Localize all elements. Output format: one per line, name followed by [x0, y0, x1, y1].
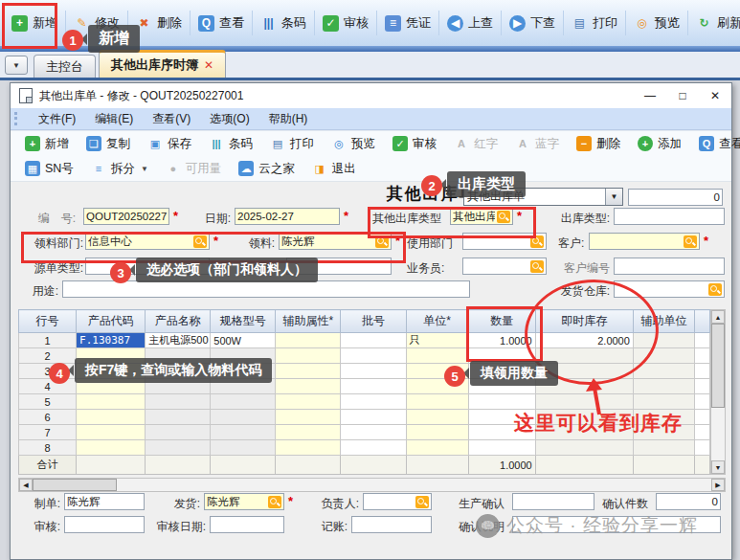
out-type-field[interactable] [614, 208, 725, 225]
grid-cell[interactable] [535, 440, 633, 456]
tab-list-dropdown-button[interactable]: ▼ [5, 56, 28, 75]
grid-cell[interactable] [341, 333, 406, 348]
lookup-icon[interactable] [415, 496, 429, 508]
grid-cell[interactable] [77, 425, 146, 440]
grid-cell[interactable] [276, 364, 341, 379]
grid-cell[interactable] [211, 394, 276, 410]
grid-cell[interactable] [77, 394, 146, 410]
grid-cell[interactable] [341, 379, 406, 394]
salesman-field[interactable] [462, 258, 547, 275]
other-out-type-field[interactable]: 其他出库 [450, 208, 513, 225]
grid-cell[interactable] [694, 425, 709, 440]
grid-cell[interactable]: 500W [211, 333, 276, 348]
menu-item-4[interactable]: 帮助(H) [260, 109, 317, 129]
grid-cell[interactable] [633, 364, 694, 379]
grid-cell[interactable] [276, 410, 341, 425]
print-button[interactable]: ▤打印 [564, 11, 626, 35]
grid-cell[interactable] [146, 440, 211, 456]
grid-cell[interactable]: 1 [19, 333, 77, 348]
lookup-icon[interactable] [193, 235, 207, 248]
audit-date-field[interactable] [210, 516, 284, 533]
grid-cell[interactable]: 7 [19, 425, 77, 440]
bookkeeper-field[interactable] [351, 516, 432, 533]
scroll-down-icon[interactable]: ▼ [711, 460, 725, 474]
grid-cell[interactable] [694, 364, 709, 379]
win-delete-button[interactable]: −删除 [568, 133, 629, 155]
grid-cell[interactable] [276, 333, 341, 348]
auditor-field[interactable] [64, 516, 145, 533]
win-barcode-button[interactable]: |||条码 [200, 133, 261, 155]
grid-cell[interactable]: 2.0000 [535, 333, 633, 348]
minimize-button[interactable]: — [634, 85, 666, 106]
scrollbar-thumb[interactable] [33, 479, 117, 491]
prod-confirm-field[interactable] [512, 493, 594, 510]
vertical-scrollbar[interactable]: ▲ ▼ [710, 309, 726, 475]
grid-cell[interactable] [341, 425, 406, 440]
grid-cell[interactable] [694, 333, 709, 348]
win-view-button[interactable]: Q查看 [690, 133, 740, 155]
grid-cell[interactable] [276, 348, 341, 364]
menu-item-2[interactable]: 查看(V) [144, 109, 199, 129]
maker-field[interactable]: 陈光辉 [64, 493, 145, 510]
usage-field[interactable] [62, 280, 470, 298]
scrollbar-thumb[interactable] [711, 324, 725, 408]
grid-cell[interactable]: 8 [19, 440, 77, 456]
req-dept-field[interactable]: 信息中心 [85, 233, 210, 250]
scroll-right-icon[interactable]: ▶ [711, 479, 725, 491]
menu-item-3[interactable]: 选项(O) [201, 109, 258, 129]
grid-cell[interactable]: 主机电源500 [146, 333, 211, 348]
refresh-button[interactable]: ↻刷新 [688, 11, 740, 35]
grid-cell[interactable] [406, 425, 468, 440]
grid-cell[interactable] [694, 348, 709, 364]
grid-cell[interactable] [633, 440, 694, 456]
lookup-icon[interactable] [268, 496, 281, 508]
grid-cell[interactable]: 4 [19, 379, 77, 394]
menu-item-1[interactable]: 编辑(E) [86, 109, 142, 129]
grid-cell[interactable]: 6 [19, 410, 77, 425]
grid-cell[interactable] [406, 440, 468, 456]
grid-cell[interactable] [468, 440, 535, 456]
lookup-icon[interactable] [497, 211, 510, 223]
grid-cell[interactable] [694, 394, 709, 410]
lookup-icon[interactable] [530, 260, 544, 273]
print-count-field[interactable]: 0 [628, 189, 723, 206]
grid-cell[interactable] [633, 394, 694, 410]
maximize-button[interactable]: □ [666, 85, 699, 106]
grid-cell[interactable] [146, 394, 211, 410]
shipper-field[interactable]: 陈光辉 [204, 493, 284, 510]
grid-cell[interactable] [341, 440, 406, 456]
selected-product-code-cell[interactable]: F.130387 [77, 333, 146, 348]
grid-cell[interactable] [341, 410, 406, 425]
grid-cell[interactable] [406, 410, 468, 425]
grid-cell[interactable]: 5 [19, 394, 77, 410]
trace-up-button[interactable]: ◀上查 [439, 11, 502, 35]
barcode-button[interactable]: |||条码 [253, 11, 315, 35]
split-button[interactable]: ≡拆分▼ [82, 158, 157, 180]
warehouse-field[interactable] [614, 280, 725, 298]
win-audit-button[interactable]: ✓审核 [384, 133, 445, 155]
new-button[interactable]: +新增 [4, 11, 66, 35]
req-person-field[interactable]: 陈光辉 [279, 233, 392, 250]
win-yunzhijia-button[interactable]: ☁云之家 [230, 158, 303, 180]
grid-cell[interactable] [146, 410, 211, 425]
grid-cell[interactable]: 1.0000 [468, 333, 535, 348]
grid-cell[interactable] [341, 394, 406, 410]
grid-cell[interactable] [341, 364, 406, 379]
scroll-left-icon[interactable]: ◀ [19, 479, 33, 491]
customer-field[interactable] [589, 233, 700, 250]
customer-no-field[interactable] [614, 258, 725, 275]
win-add-button[interactable]: +添加 [629, 133, 690, 155]
grid-cell[interactable] [633, 333, 694, 348]
scroll-up-icon[interactable]: ▲ [711, 310, 725, 324]
grid-cell[interactable] [694, 410, 709, 425]
lookup-icon[interactable] [684, 235, 697, 248]
chevron-down-icon[interactable]: ▼ [605, 189, 622, 205]
grid-cell[interactable]: 只 [406, 333, 468, 348]
grid-cell[interactable] [694, 379, 709, 394]
win-save-button[interactable]: ▣保存 [139, 133, 200, 155]
win-copy-button[interactable]: ❏复制 [78, 133, 139, 155]
audit-button[interactable]: ✓审核 [315, 11, 377, 35]
use-dept-field[interactable] [462, 233, 547, 250]
grid-cell[interactable] [77, 440, 146, 456]
grid-cell[interactable] [276, 440, 341, 456]
